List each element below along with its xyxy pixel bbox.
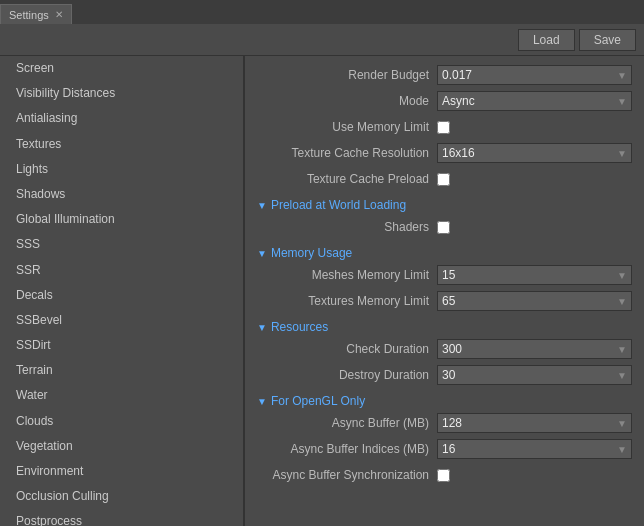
save-button[interactable]: Save xyxy=(579,29,636,51)
section-preload-label: Preload at World Loading xyxy=(271,198,406,212)
shaders-row: Shaders xyxy=(257,216,632,238)
mode-row: Mode Async ▼ xyxy=(257,90,632,112)
texture-cache-preload-checkbox[interactable] xyxy=(437,173,450,186)
shaders-checkbox[interactable] xyxy=(437,221,450,234)
async-buffer-sync-row: Async Buffer Synchronization xyxy=(257,464,632,486)
right-panel: Render Budget 0.017 ▼ Mode Async ▼ xyxy=(245,56,644,526)
section-collapse-icon: ▼ xyxy=(257,322,267,333)
section-collapse-icon: ▼ xyxy=(257,396,267,407)
spinner-arrow-icon: ▼ xyxy=(617,70,627,81)
check-duration-row: Check Duration 300 ▼ xyxy=(257,338,632,360)
sidebar-item-ssbevel[interactable]: SSBevel xyxy=(0,308,243,333)
destroy-duration-input[interactable]: 30 ▼ xyxy=(437,365,632,385)
async-buffer-sync-label: Async Buffer Synchronization xyxy=(257,468,437,482)
async-buffer-row: Async Buffer (MB) 128 ▼ xyxy=(257,412,632,434)
section-collapse-icon: ▼ xyxy=(257,200,267,211)
meshes-memory-limit-row: Meshes Memory Limit 15 ▼ xyxy=(257,264,632,286)
meshes-memory-limit-label: Meshes Memory Limit xyxy=(257,268,437,282)
async-buffer-input[interactable]: 128 ▼ xyxy=(437,413,632,433)
dropdown-arrow-icon: ▼ xyxy=(617,96,627,107)
texture-cache-resolution-dropdown[interactable]: 16x16 ▼ xyxy=(437,143,632,163)
sidebar-item-antialiasing[interactable]: Antialiasing xyxy=(0,106,243,131)
use-memory-limit-row: Use Memory Limit xyxy=(257,116,632,138)
sidebar-item-postprocess[interactable]: Postprocess xyxy=(0,509,243,526)
mode-label: Mode xyxy=(257,94,437,108)
content-area: ScreenVisibility DistancesAntialiasingTe… xyxy=(0,56,644,526)
sidebar-item-lights[interactable]: Lights xyxy=(0,157,243,182)
async-buffer-label: Async Buffer (MB) xyxy=(257,416,437,430)
sidebar-item-occlusion-culling[interactable]: Occlusion Culling xyxy=(0,484,243,509)
section-preload-header[interactable]: ▼ Preload at World Loading xyxy=(257,198,632,212)
sidebar-item-ssr[interactable]: SSR xyxy=(0,258,243,283)
section-resources-header[interactable]: ▼ Resources xyxy=(257,320,632,334)
use-memory-limit-checkbox[interactable] xyxy=(437,121,450,134)
close-icon[interactable]: ✕ xyxy=(55,9,63,20)
async-buffer-indices-row: Async Buffer Indices (MB) 16 ▼ xyxy=(257,438,632,460)
texture-cache-preload-row: Texture Cache Preload xyxy=(257,168,632,190)
texture-cache-resolution-label: Texture Cache Resolution xyxy=(257,146,437,160)
sidebar-item-environment[interactable]: Environment xyxy=(0,459,243,484)
sidebar-item-global-illumination[interactable]: Global Illumination xyxy=(0,207,243,232)
async-buffer-indices-input[interactable]: 16 ▼ xyxy=(437,439,632,459)
use-memory-limit-label: Use Memory Limit xyxy=(257,120,437,134)
destroy-duration-row: Destroy Duration 30 ▼ xyxy=(257,364,632,386)
check-duration-label: Check Duration xyxy=(257,342,437,356)
sidebar-item-vegetation[interactable]: Vegetation xyxy=(0,434,243,459)
spinner-arrow-icon: ▼ xyxy=(617,344,627,355)
sidebar-item-ssdirt[interactable]: SSDirt xyxy=(0,333,243,358)
sidebar-item-textures[interactable]: Textures xyxy=(0,132,243,157)
section-resources-label: Resources xyxy=(271,320,328,334)
meshes-memory-limit-input[interactable]: 15 ▼ xyxy=(437,265,632,285)
sidebar: ScreenVisibility DistancesAntialiasingTe… xyxy=(0,56,245,526)
texture-cache-preload-label: Texture Cache Preload xyxy=(257,172,437,186)
render-budget-row: Render Budget 0.017 ▼ xyxy=(257,64,632,86)
render-budget-label: Render Budget xyxy=(257,68,437,82)
spinner-arrow-icon: ▼ xyxy=(617,370,627,381)
sidebar-item-clouds[interactable]: Clouds xyxy=(0,409,243,434)
sidebar-item-terrain[interactable]: Terrain xyxy=(0,358,243,383)
sidebar-item-screen[interactable]: Screen xyxy=(0,56,243,81)
spinner-arrow-icon: ▼ xyxy=(617,444,627,455)
toolbar: Load Save xyxy=(0,24,644,56)
section-opengl-label: For OpenGL Only xyxy=(271,394,365,408)
mode-dropdown[interactable]: Async ▼ xyxy=(437,91,632,111)
sidebar-item-water[interactable]: Water xyxy=(0,383,243,408)
shaders-label: Shaders xyxy=(257,220,437,234)
textures-memory-limit-label: Textures Memory Limit xyxy=(257,294,437,308)
section-collapse-icon: ▼ xyxy=(257,248,267,259)
load-button[interactable]: Load xyxy=(518,29,575,51)
tab-label: Settings xyxy=(9,9,49,21)
section-memory-label: Memory Usage xyxy=(271,246,352,260)
async-buffer-indices-label: Async Buffer Indices (MB) xyxy=(257,442,437,456)
dropdown-arrow-icon: ▼ xyxy=(617,148,627,159)
sidebar-item-sss[interactable]: SSS xyxy=(0,232,243,257)
spinner-arrow-icon: ▼ xyxy=(617,296,627,307)
sidebar-item-shadows[interactable]: Shadows xyxy=(0,182,243,207)
textures-memory-limit-input[interactable]: 65 ▼ xyxy=(437,291,632,311)
section-memory-header[interactable]: ▼ Memory Usage xyxy=(257,246,632,260)
spinner-arrow-icon: ▼ xyxy=(617,418,627,429)
async-buffer-sync-checkbox[interactable] xyxy=(437,469,450,482)
settings-tab[interactable]: Settings ✕ xyxy=(0,4,72,24)
check-duration-input[interactable]: 300 ▼ xyxy=(437,339,632,359)
render-budget-input[interactable]: 0.017 ▼ xyxy=(437,65,632,85)
textures-memory-limit-row: Textures Memory Limit 65 ▼ xyxy=(257,290,632,312)
texture-cache-resolution-row: Texture Cache Resolution 16x16 ▼ xyxy=(257,142,632,164)
destroy-duration-label: Destroy Duration xyxy=(257,368,437,382)
section-opengl-header[interactable]: ▼ For OpenGL Only xyxy=(257,394,632,408)
sidebar-item-decals[interactable]: Decals xyxy=(0,283,243,308)
spinner-arrow-icon: ▼ xyxy=(617,270,627,281)
sidebar-item-visibility-distances[interactable]: Visibility Distances xyxy=(0,81,243,106)
